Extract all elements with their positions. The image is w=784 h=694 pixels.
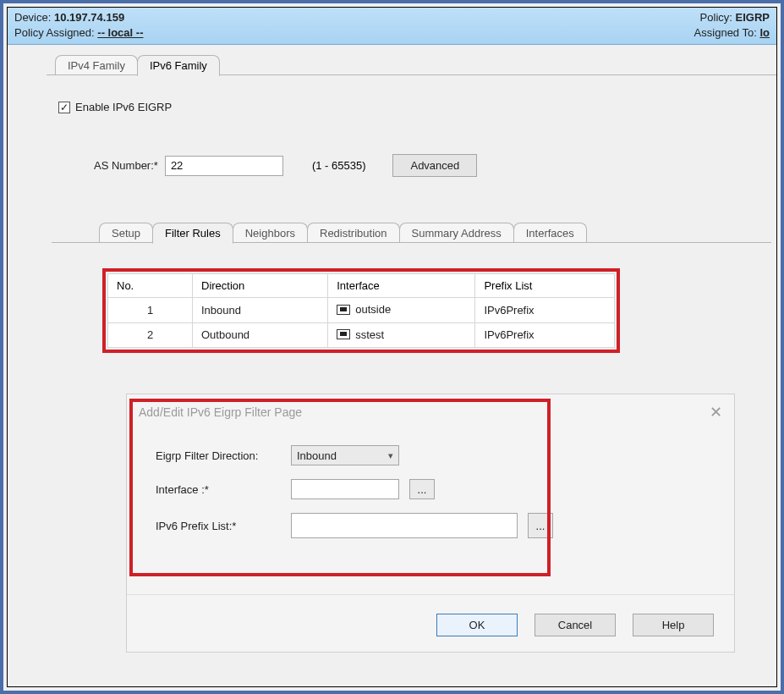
tab-interfaces[interactable]: Interfaces [513, 223, 587, 243]
family-tabstrip: IPv4 Family IPv6 Family [55, 52, 776, 75]
close-icon[interactable]: ✕ [710, 403, 722, 421]
cell-prefix: IPv6Prefix [475, 322, 615, 348]
prefix-list-input[interactable] [291, 513, 518, 538]
cell-interface: outside [328, 298, 475, 323]
eigrp-inner-tabstrip: Setup Filter Rules Neighbors Redistribut… [99, 219, 771, 243]
tab-ipv4-family[interactable]: IPv4 Family [55, 55, 138, 75]
tab-neighbors[interactable]: Neighbors [233, 223, 308, 243]
policy-label: Policy: [700, 11, 732, 24]
tab-redistribution[interactable]: Redistribution [307, 223, 400, 243]
chevron-down-icon: ▾ [388, 450, 393, 461]
as-number-input[interactable] [165, 156, 283, 176]
tab-setup[interactable]: Setup [99, 223, 153, 243]
direction-select-value: Inbound [297, 449, 337, 462]
cell-prefix: IPv6Prefix [475, 298, 615, 323]
cell-direction: Outbound [193, 322, 328, 348]
interface-input[interactable] [291, 479, 399, 499]
as-number-hint: (1 - 65535) [312, 159, 366, 172]
filter-rules-table: No. Direction Interface Prefix List 1 In… [107, 273, 615, 348]
col-no[interactable]: No. [108, 274, 193, 298]
table-row[interactable]: 1 Inbound outside IPv6Prefix [108, 298, 615, 323]
assigned-to-link[interactable]: lo [759, 26, 770, 39]
col-prefix-list[interactable]: Prefix List [475, 274, 615, 298]
filter-rules-table-highlight: No. Direction Interface Prefix List 1 In… [102, 268, 620, 353]
device-label: Device: [14, 11, 51, 24]
help-button[interactable]: Help [633, 614, 714, 636]
cancel-button[interactable]: Cancel [535, 614, 616, 636]
nic-icon [337, 329, 350, 339]
header-bar: Device: 10.197.74.159 Policy Assigned: -… [8, 8, 776, 45]
ok-button[interactable]: OK [436, 614, 518, 636]
policy-assigned-label: Policy Assigned: [14, 26, 95, 39]
advanced-button[interactable]: Advanced [392, 154, 477, 177]
cell-no: 1 [108, 298, 193, 323]
assigned-to-label: Assigned To: [694, 26, 757, 39]
enable-ipv6-eigrp-checkbox[interactable]: ✓ [58, 102, 70, 113]
tab-summary-address[interactable]: Summary Address [399, 223, 514, 243]
cell-no: 2 [108, 322, 193, 348]
interface-name: sstest [355, 328, 384, 341]
interface-browse-button[interactable]: ... [409, 479, 435, 499]
interface-label: Interface :* [156, 483, 291, 496]
policy-value: EIGRP [736, 11, 770, 24]
direction-select[interactable]: Inbound ▾ [291, 445, 399, 465]
nic-icon [337, 305, 350, 315]
dialog-title: Add/Edit IPv6 Eigrp Filter Page [139, 405, 302, 419]
as-number-label: AS Number:* [94, 159, 158, 172]
tab-ipv6-family[interactable]: IPv6 Family [137, 55, 220, 76]
interface-name: outside [355, 303, 391, 316]
prefix-list-browse-button[interactable]: ... [528, 513, 553, 538]
col-interface[interactable]: Interface [328, 274, 475, 298]
col-direction[interactable]: Direction [193, 274, 328, 298]
cell-direction: Inbound [193, 298, 328, 323]
add-edit-filter-dialog: Add/Edit IPv6 Eigrp Filter Page ✕ Eigrp … [126, 394, 735, 653]
cell-interface: sstest [328, 322, 475, 348]
policy-assigned-link[interactable]: -- local -- [97, 26, 143, 39]
table-row[interactable]: 2 Outbound sstest IPv6Prefix [108, 322, 615, 348]
device-value: 10.197.74.159 [54, 11, 124, 24]
direction-label: Eigrp Filter Direction: [156, 449, 291, 462]
enable-ipv6-eigrp-label: Enable IPv6 EIGRP [75, 101, 172, 113]
tab-filter-rules[interactable]: Filter Rules [152, 223, 233, 244]
prefix-list-label: IPv6 Prefix List:* [156, 520, 291, 532]
